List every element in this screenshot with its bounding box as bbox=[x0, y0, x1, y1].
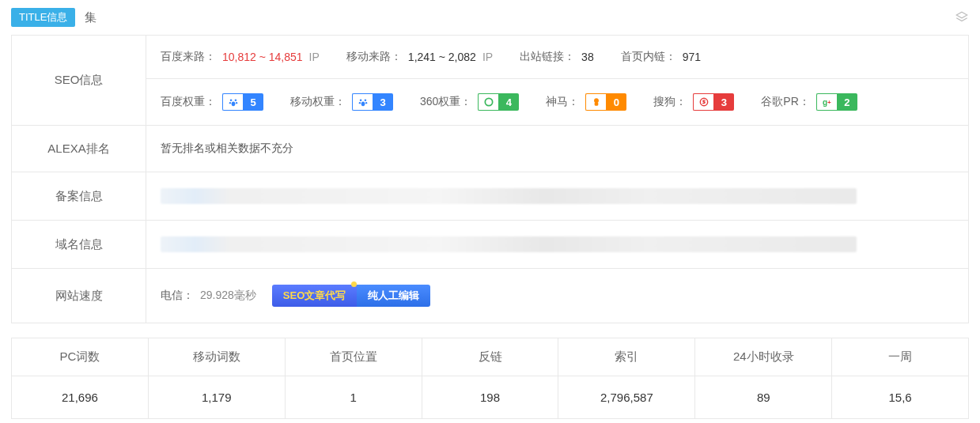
sogou-weight: 搜狗： 3 bbox=[653, 93, 734, 111]
svg-point-1 bbox=[234, 99, 236, 101]
mobile-rank-badge[interactable]: 3 bbox=[352, 93, 393, 111]
stats-value: 1,179 bbox=[149, 376, 285, 418]
svg-point-3 bbox=[235, 102, 236, 104]
svg-point-4 bbox=[231, 101, 235, 106]
stats-value: 198 bbox=[422, 376, 558, 418]
stats-head: 24小时收录 bbox=[695, 338, 831, 376]
svg-point-7 bbox=[358, 102, 360, 104]
svg-point-5 bbox=[359, 99, 361, 101]
seo-label: SEO信息 bbox=[12, 36, 146, 125]
360-rank-badge[interactable]: 4 bbox=[478, 93, 519, 111]
svg-point-6 bbox=[364, 99, 366, 101]
baidu-rank-badge[interactable]: 5 bbox=[222, 93, 263, 111]
mobile-paw-icon bbox=[352, 93, 373, 111]
title-bar: TITLE信息 集 bbox=[0, 0, 980, 35]
svg-point-0 bbox=[229, 99, 232, 101]
stats-col[interactable]: 首页位置1 bbox=[286, 338, 422, 419]
filing-redacted bbox=[161, 188, 857, 204]
info-table: SEO信息 百度来路： 10,812 ~ 14,851 IP 移动来路： 1,2… bbox=[11, 35, 969, 323]
seo-row: SEO信息 百度来路： 10,812 ~ 14,851 IP 移动来路： 1,2… bbox=[11, 35, 969, 126]
stats-col[interactable]: 反链198 bbox=[422, 338, 559, 419]
svg-rect-12 bbox=[595, 103, 599, 106]
stats-value: 89 bbox=[695, 376, 831, 418]
svg-point-10 bbox=[485, 98, 492, 105]
stats-head: 索引 bbox=[558, 338, 694, 376]
stats-col[interactable]: 24小时收录89 bbox=[695, 338, 832, 419]
stats-head: PC词数 bbox=[12, 338, 148, 376]
baidu-source: 百度来路： 10,812 ~ 14,851 IP bbox=[161, 50, 320, 64]
domain-row: 域名信息 bbox=[11, 221, 969, 269]
alexa-value: 暂无排名或相关数据不充分 bbox=[161, 142, 293, 156]
svg-point-9 bbox=[361, 101, 365, 106]
stats-head: 一周 bbox=[832, 338, 968, 376]
outbound-links: 出站链接： 38 bbox=[520, 50, 594, 64]
layers-icon bbox=[955, 10, 969, 25]
svg-point-2 bbox=[229, 102, 230, 104]
mobile-weight: 移动权重： 3 bbox=[290, 93, 393, 111]
stats-col[interactable]: 索引2,796,587 bbox=[558, 338, 695, 419]
stats-value: 1 bbox=[286, 376, 422, 418]
svg-point-11 bbox=[594, 98, 599, 103]
mobile-source: 移动来路： 1,241 ~ 2,082 IP bbox=[346, 50, 493, 64]
stats-head: 反链 bbox=[422, 338, 558, 376]
360-icon bbox=[478, 93, 498, 111]
google-rank-badge[interactable]: g+ 2 bbox=[816, 93, 857, 111]
title-badge: TITLE信息 bbox=[11, 8, 75, 27]
filing-label: 备案信息 bbox=[12, 172, 146, 220]
shenma-icon bbox=[585, 93, 606, 111]
seo-promo-banner[interactable]: SEO文章代写 纯人工编辑 bbox=[272, 285, 430, 307]
stats-col[interactable]: 移动词数1,179 bbox=[149, 338, 286, 419]
shenma-weight: 神马： 0 bbox=[546, 93, 626, 111]
filing-row: 备案信息 bbox=[11, 172, 969, 221]
sogou-rank-badge[interactable]: 3 bbox=[693, 93, 734, 111]
seo-weight-row: 百度权重： 5 移动权重： 3 360权重： bbox=[146, 79, 968, 125]
stats-col[interactable]: PC词数21,696 bbox=[11, 338, 149, 419]
speed-value: 电信： 29.928毫秒 bbox=[161, 289, 256, 303]
banner-dot-icon bbox=[351, 281, 357, 287]
google-icon: g+ bbox=[816, 93, 837, 111]
alexa-label: ALEXA排名 bbox=[12, 126, 146, 172]
speed-label: 网站速度 bbox=[12, 269, 146, 323]
stats-col[interactable]: 一周15,6 bbox=[832, 338, 969, 419]
sogou-icon bbox=[693, 93, 713, 111]
baidu-paw-icon bbox=[222, 93, 243, 111]
stats-value: 2,796,587 bbox=[558, 376, 694, 418]
baidu-weight: 百度权重： 5 bbox=[161, 93, 263, 111]
seo-traffic-row: 百度来路： 10,812 ~ 14,851 IP 移动来路： 1,241 ~ 2… bbox=[146, 36, 968, 79]
domain-label: 域名信息 bbox=[12, 221, 146, 268]
title-suffix: 集 bbox=[85, 10, 96, 25]
alexa-row: ALEXA排名 暂无排名或相关数据不充分 bbox=[11, 126, 969, 172]
stats-value: 15,6 bbox=[832, 376, 968, 418]
layers-button[interactable] bbox=[955, 10, 969, 25]
stats-value: 21,696 bbox=[12, 376, 148, 418]
speed-row: 网站速度 电信： 29.928毫秒 SEO文章代写 纯人工编辑 bbox=[11, 269, 969, 323]
shenma-rank-badge[interactable]: 0 bbox=[585, 93, 626, 111]
domain-redacted bbox=[161, 236, 857, 252]
inbound-links: 首页内链： 971 bbox=[621, 50, 701, 64]
stats-head: 移动词数 bbox=[149, 338, 285, 376]
360-weight: 360权重： 4 bbox=[420, 93, 519, 111]
svg-point-8 bbox=[365, 102, 366, 104]
stats-head: 首页位置 bbox=[286, 338, 422, 376]
stats-table: PC词数21,696移动词数1,179首页位置1反链198索引2,796,587… bbox=[11, 338, 969, 419]
google-pr: 谷歌PR： g+ 2 bbox=[761, 93, 857, 111]
